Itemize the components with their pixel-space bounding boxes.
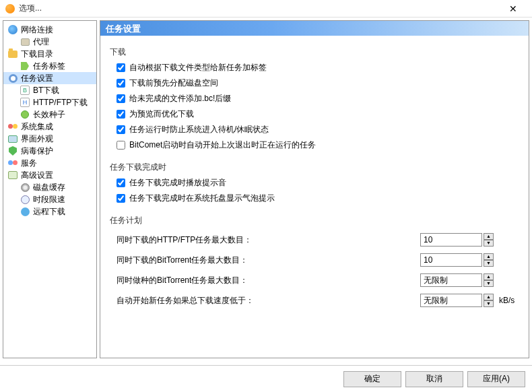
- sidebar-item-label: 下载目录: [21, 48, 53, 60]
- shield-icon: [7, 145, 18, 156]
- plan-bt-seed-max-label: 同时做种的BitTorrent任务最大数目：: [117, 275, 420, 286]
- ok-button[interactable]: 确定: [343, 371, 401, 387]
- group-complete: 任务下载完成时: [110, 162, 519, 173]
- chk-label: 自动根据下载文件类型给新任务加标签: [129, 62, 267, 73]
- panel-title: 任务设置: [100, 21, 529, 36]
- apply-button[interactable]: 应用(A): [467, 371, 525, 387]
- chk-prevent-sleep[interactable]: [117, 125, 125, 134]
- sidebar-item-long-seed[interactable]: 长效种子: [3, 108, 96, 121]
- chk-label: 任务运行时防止系统进入待机/休眠状态: [129, 124, 269, 135]
- sidebar-item-label: 长效种子: [33, 109, 65, 121]
- chk-label: 下载前预先分配磁盘空间: [129, 77, 218, 89]
- sidebar-item-label: 网络连接: [21, 24, 53, 36]
- sidebar-item-remote-download[interactable]: 远程下载: [3, 205, 96, 218]
- sidebar-item-label: 磁盘缓存: [33, 182, 65, 193]
- window-title: 选项...: [19, 3, 500, 14]
- group-download: 下载: [110, 46, 519, 58]
- cancel-button[interactable]: 取消: [405, 371, 463, 387]
- chk-preview-optimize[interactable]: [117, 110, 125, 119]
- bt-icon: [20, 85, 30, 96]
- plan-bt-dl-max-label: 同时下载的BitTorrent任务最大数目：: [117, 255, 420, 266]
- plan-http-max-input[interactable]: [420, 233, 482, 247]
- seed-icon: [20, 109, 30, 120]
- sidebar-item-network[interactable]: 网络连接: [3, 24, 96, 36]
- proxy-icon: [20, 36, 30, 47]
- tag-icon: [20, 61, 30, 71]
- sidebar-item-system-integration[interactable]: 系统集成: [3, 121, 96, 133]
- sidebar-item-disk-cache[interactable]: 磁盘缓存: [3, 181, 96, 193]
- spin-down-icon[interactable]: ▼: [484, 300, 494, 307]
- close-button[interactable]: ✕: [500, 3, 527, 14]
- group-plan: 任务计划: [110, 215, 519, 226]
- gear-icon: [7, 73, 18, 84]
- sidebar-item-schedule-limit[interactable]: 时段限速: [3, 193, 96, 205]
- sidebar-item-download-dir[interactable]: 下载目录: [3, 48, 96, 60]
- plan-bt-dl-max-input[interactable]: [420, 253, 482, 267]
- titlebar: 选项... ✕: [0, 0, 532, 18]
- remote-icon: [20, 206, 30, 217]
- sidebar-item-advanced[interactable]: 高级设置: [3, 169, 96, 181]
- sidebar-item-virus-protection[interactable]: 病毒保护: [3, 145, 96, 157]
- globe-icon: [7, 24, 18, 35]
- sidebar-item-label: 时段限速: [33, 194, 65, 205]
- service-icon: [7, 158, 18, 168]
- plan-auto-start-label: 自动开始新任务如果总下载速度低于：: [117, 295, 420, 306]
- http-icon: [20, 97, 30, 108]
- chk-label: BitComet启动时自动开始上次退出时正在运行的任务: [129, 139, 316, 151]
- plan-auto-start-input[interactable]: [420, 294, 482, 307]
- sidebar-item-service[interactable]: 服务: [3, 157, 96, 169]
- chk-label: 任务下载完成时在系统托盘显示气泡提示: [129, 193, 275, 204]
- folder-icon: [7, 48, 18, 59]
- chk-auto-tag[interactable]: [117, 63, 125, 72]
- advanced-icon: [7, 170, 18, 181]
- chk-play-sound[interactable]: [117, 178, 125, 187]
- disk-icon: [20, 182, 30, 193]
- spin-up-icon[interactable]: ▲: [484, 253, 494, 260]
- plan-bt-seed-max-input[interactable]: [420, 273, 482, 287]
- app-icon: [5, 4, 15, 13]
- sidebar-item-ui-appearance[interactable]: 界面外观: [3, 133, 96, 145]
- sidebar-item-task-settings[interactable]: 任务设置: [3, 72, 96, 84]
- chk-balloon-tip[interactable]: [117, 194, 125, 203]
- sidebar-item-label: 远程下载: [33, 206, 65, 218]
- spin-up-icon[interactable]: ▲: [484, 233, 494, 240]
- sidebar-item-task-tag[interactable]: 任务标签: [3, 60, 96, 72]
- sidebar-item-bt-download[interactable]: BT下载: [3, 84, 96, 96]
- spin-up-icon[interactable]: ▲: [484, 294, 494, 300]
- spin-down-icon[interactable]: ▼: [484, 240, 494, 247]
- content-panel: 任务设置 下载 自动根据下载文件类型给新任务加标签 下载前预先分配磁盘空间 给未…: [100, 20, 529, 358]
- chk-label: 给未完成的文件添加.bc!后缀: [129, 93, 231, 104]
- clock-icon: [20, 194, 30, 205]
- sidebar-item-label: 代理: [33, 36, 49, 48]
- footer: 确定 取消 应用(A): [0, 365, 532, 392]
- chk-auto-resume-startup[interactable]: [117, 141, 125, 150]
- chk-bc-suffix[interactable]: [117, 94, 125, 103]
- unit-kbs: kB/s: [499, 296, 519, 305]
- spin-down-icon[interactable]: ▼: [484, 260, 494, 267]
- plan-http-max-label: 同时下载的HTTP/FTP任务最大数目：: [117, 234, 420, 246]
- sidebar-item-label: 任务标签: [33, 61, 65, 72]
- chk-label: 任务下载完成时播放提示音: [129, 177, 226, 189]
- spin-up-icon[interactable]: ▲: [484, 273, 494, 280]
- sidebar-item-label: HTTP/FTP下载: [33, 97, 88, 108]
- sidebar-item-label: 任务设置: [21, 73, 53, 84]
- sidebar: 网络连接 代理 下载目录 任务标签 任务设置 BT下载 HTTP/FTP下载 长…: [3, 20, 97, 358]
- users-icon: [7, 121, 18, 132]
- sidebar-item-label: 高级设置: [21, 170, 53, 181]
- sidebar-item-label: 服务: [21, 158, 37, 169]
- sidebar-item-label: 界面外观: [21, 133, 53, 145]
- sidebar-item-label: 系统集成: [21, 121, 53, 133]
- spin-down-icon[interactable]: ▼: [484, 280, 494, 287]
- sidebar-item-label: 病毒保护: [21, 145, 53, 157]
- sidebar-item-label: BT下载: [33, 85, 59, 96]
- sidebar-item-proxy[interactable]: 代理: [3, 36, 96, 48]
- sidebar-item-http-ftp[interactable]: HTTP/FTP下载: [3, 96, 96, 108]
- chk-prealloc-disk[interactable]: [117, 79, 125, 88]
- monitor-icon: [7, 133, 18, 144]
- chk-label: 为预览而优化下载: [129, 108, 194, 120]
